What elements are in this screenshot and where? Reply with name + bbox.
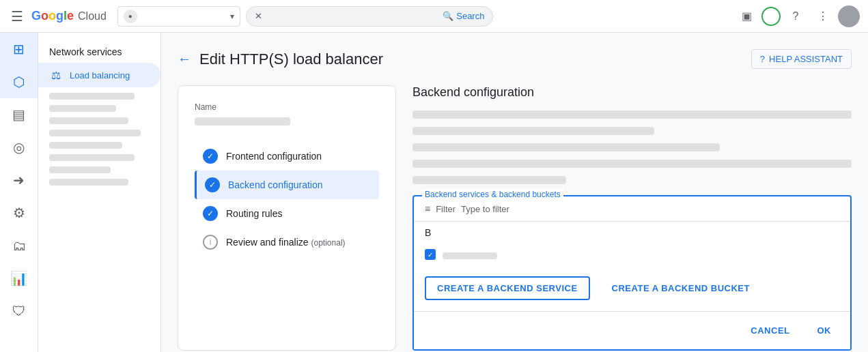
briefcase-icon: 🗂 — [12, 238, 26, 254]
wizard-step-label-backend: Backend configuration — [228, 179, 323, 190]
step-info-icon-4: i — [203, 235, 218, 250]
config-skeleton-1 — [412, 111, 852, 119]
user-avatar[interactable] — [838, 5, 860, 27]
wizard-step-review[interactable]: i Review and finalize (optional) — [195, 228, 379, 256]
google-cloud-logo: Google Cloud — [31, 9, 107, 23]
more-icon-btn[interactable]: ⋮ — [811, 4, 835, 29]
tools-icon: ⚙ — [13, 205, 25, 221]
sidebar-item-arrow[interactable]: ➜ — [0, 164, 38, 196]
nav-skeleton-6 — [49, 154, 135, 161]
config-skeleton-2 — [412, 127, 654, 135]
main-content: ← Edit HTTP(S) load balancer ? HELP ASSI… — [161, 33, 868, 352]
sidebar-item-briefcase[interactable]: 🗂 — [0, 229, 38, 262]
search-button[interactable]: 🔍 Search — [443, 11, 484, 21]
config-title: Backend configuration — [412, 85, 852, 100]
filter-row[interactable]: ≡ Filter Type to filter — [414, 196, 850, 222]
sidebar-item-network[interactable]: ⬡ — [0, 65, 38, 98]
create-backend-bucket-button[interactable]: CREATE A BACKEND BUCKET — [601, 278, 761, 299]
more-icon: ⋮ — [817, 10, 828, 23]
logo-o1: o — [41, 9, 48, 23]
filter-icon: ≡ — [425, 203, 430, 214]
project-icon: ● — [124, 10, 137, 23]
terminal-icon: ▣ — [742, 10, 752, 23]
project-selector[interactable]: ● ▾ — [117, 6, 240, 27]
server-icon: ▤ — [12, 106, 25, 123]
nav-skeleton-4 — [49, 130, 141, 136]
chart-icon: 📊 — [10, 270, 27, 287]
logo-cloud: Cloud — [78, 10, 107, 23]
wizard-name-field — [195, 117, 290, 126]
wizard-step-routing[interactable]: ✓ Routing rules — [195, 199, 379, 228]
search-input[interactable] — [268, 11, 437, 22]
wizard-step-label-frontend: Frontend configuration — [226, 151, 322, 162]
ok-button[interactable]: OK — [809, 320, 840, 341]
backend-b-letter: B — [425, 227, 431, 238]
nav-skeleton-8 — [49, 179, 128, 186]
help-icon-btn[interactable]: ? — [783, 4, 808, 29]
step-check-icon-3: ✓ — [203, 206, 218, 221]
chevron-down-icon: ▾ — [230, 12, 234, 21]
wizard-panel: Name ✓ Frontend configuration ✓ Backend … — [178, 85, 396, 351]
sidebar-item-home[interactable]: ⊞ — [0, 33, 38, 65]
page-title: Edit HTTP(S) load balancer — [199, 50, 383, 68]
sidebar-item-server[interactable]: ▤ — [0, 98, 38, 131]
hamburger-icon: ☰ — [11, 9, 23, 24]
dialog-footer: CANCEL OK — [414, 311, 850, 349]
leftnav-item-label: Load balancing — [70, 70, 130, 80]
menu-hamburger[interactable]: ☰ — [8, 5, 26, 27]
search-bar[interactable]: ✕ 🔍 Search — [246, 6, 494, 27]
status-circle[interactable] — [761, 7, 781, 26]
search-clear-icon[interactable]: ✕ — [255, 11, 262, 21]
home-icon: ⊞ — [13, 41, 25, 57]
sidebar: ⊞ ⬡ ▤ ◎ ➜ ⚙ 🗂 📊 🛡 — [0, 33, 38, 352]
config-skeleton-5 — [412, 176, 566, 184]
arrow-icon: ➜ — [13, 172, 25, 188]
wizard-step-label-review: Review and finalize (optional) — [226, 237, 346, 248]
left-nav: Network services ⚖ Load balancing — [38, 33, 161, 352]
help-assistant-button[interactable]: ? HELP ASSISTANT — [751, 49, 852, 69]
help-icon: ? — [793, 10, 799, 23]
logo-e: e — [67, 9, 74, 23]
backend-services-label: Backend services & backend buckets — [422, 190, 563, 199]
back-button[interactable]: ← — [178, 51, 191, 67]
logo-o2: o — [48, 9, 56, 23]
shield-icon: 🛡 — [12, 304, 26, 319]
leftnav-header: Network services — [38, 38, 160, 63]
backend-b-area: B — [414, 222, 850, 244]
leftnav-item-load-balancing[interactable]: ⚖ Load balancing — [38, 63, 160, 87]
cancel-button[interactable]: CANCEL — [742, 320, 798, 341]
sidebar-item-tools[interactable]: ⚙ — [0, 196, 38, 229]
dropdown-item-sub — [443, 252, 497, 259]
network-icon: ⬡ — [13, 74, 25, 90]
help-assistant-label: HELP ASSISTANT — [769, 54, 843, 64]
logo-g2: g — [56, 9, 64, 23]
create-backend-service-button[interactable]: CREATE A BACKEND SERVICE — [425, 276, 590, 300]
page-header: ← Edit HTTP(S) load balancer ? HELP ASSI… — [178, 49, 852, 69]
wizard-step-backend[interactable]: ✓ Backend configuration — [195, 171, 379, 199]
content-area: Name ✓ Frontend configuration ✓ Backend … — [178, 85, 852, 351]
search-icon: 🔍 — [443, 11, 453, 21]
step-check-icon-2: ✓ — [205, 177, 220, 192]
sidebar-item-globe[interactable]: ◎ — [0, 131, 38, 164]
wizard-step-frontend[interactable]: ✓ Frontend configuration — [195, 142, 379, 171]
topbar-actions: ▣ ? ⋮ — [734, 4, 860, 29]
action-buttons: CREATE A BACKEND SERVICE CREATE A BACKEN… — [414, 265, 850, 311]
load-balancing-icon: ⚖ — [49, 68, 63, 82]
nav-skeleton-3 — [49, 117, 128, 124]
dropdown-checkbox[interactable] — [425, 249, 436, 260]
terminal-icon-btn[interactable]: ▣ — [734, 4, 759, 29]
dropdown-item-row[interactable] — [414, 244, 850, 265]
logo-g: G — [31, 9, 41, 23]
wizard-name-label: Name — [195, 102, 379, 112]
wizard-step-label-routing: Routing rules — [226, 208, 283, 219]
sidebar-item-shield[interactable]: 🛡 — [0, 295, 38, 327]
sidebar-item-chart[interactable]: 📊 — [0, 262, 38, 295]
config-skeleton-3 — [412, 143, 720, 151]
step-check-icon-1: ✓ — [203, 149, 218, 164]
help-assistant-icon: ? — [760, 54, 765, 64]
filter-label: Filter — [436, 204, 456, 214]
config-skeleton-4 — [412, 160, 852, 168]
nav-skeleton-2 — [49, 105, 116, 112]
config-panel: Backend configuration Backend services &… — [412, 85, 852, 351]
nav-skeleton-1 — [49, 93, 135, 100]
